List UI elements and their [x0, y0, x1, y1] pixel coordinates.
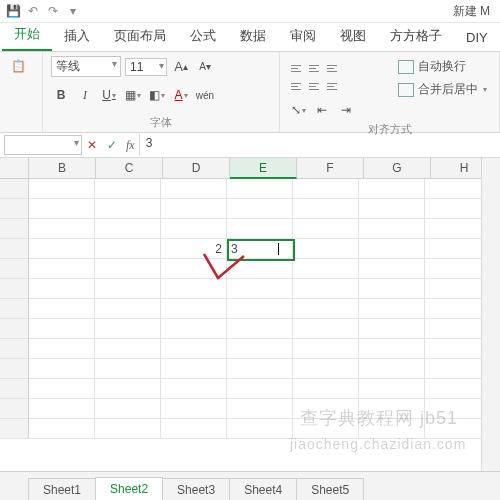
sheet-tab-3[interactable]: Sheet3 [162, 478, 230, 500]
cell[interactable] [95, 359, 161, 379]
cell[interactable] [359, 319, 425, 339]
tab-data[interactable]: 数据 [228, 22, 278, 51]
cell[interactable] [227, 379, 293, 399]
cell[interactable] [29, 219, 95, 239]
cell[interactable] [359, 219, 425, 239]
cell[interactable] [293, 339, 359, 359]
cell[interactable] [29, 299, 95, 319]
col-header-D[interactable]: D [163, 158, 230, 178]
align-bottom-right[interactable] [324, 79, 340, 95]
tab-diy[interactable]: DIY [454, 25, 500, 51]
qat-more-icon[interactable]: ▾ [66, 4, 80, 18]
cell[interactable] [161, 179, 227, 199]
cell[interactable] [293, 279, 359, 299]
cell[interactable] [293, 419, 359, 439]
cell[interactable] [161, 319, 227, 339]
row-header[interactable] [0, 399, 29, 419]
cell[interactable] [293, 259, 359, 279]
decrease-indent-button[interactable]: ⇤ [312, 100, 332, 120]
cell[interactable] [95, 179, 161, 199]
cell[interactable] [161, 419, 227, 439]
cell[interactable] [359, 179, 425, 199]
row-header[interactable] [0, 219, 29, 239]
cell[interactable] [227, 199, 293, 219]
cell[interactable] [359, 279, 425, 299]
sheet-tab-1[interactable]: Sheet1 [28, 478, 96, 500]
col-header-E[interactable]: E [230, 158, 297, 179]
cell[interactable] [161, 379, 227, 399]
cell[interactable] [161, 399, 227, 419]
tab-formulas[interactable]: 公式 [178, 22, 228, 51]
cell[interactable] [29, 399, 95, 419]
cell[interactable] [227, 259, 293, 279]
bold-button[interactable]: B [51, 85, 71, 105]
cell[interactable] [161, 219, 227, 239]
shrink-font-icon[interactable]: A▾ [195, 57, 215, 77]
font-name-select[interactable]: 等线 [51, 56, 121, 77]
redo-icon[interactable]: ↷ [46, 4, 60, 18]
italic-button[interactable]: I [75, 85, 95, 105]
tab-ffgz[interactable]: 方方格子 [378, 22, 454, 51]
fill-color-button[interactable]: ◧ [147, 85, 167, 105]
cell[interactable] [161, 279, 227, 299]
orientation-button[interactable]: ⤡ [288, 100, 308, 120]
cell[interactable]: 2 [161, 239, 227, 259]
cell[interactable] [29, 319, 95, 339]
cell[interactable] [29, 379, 95, 399]
cell[interactable] [293, 299, 359, 319]
cell[interactable] [95, 339, 161, 359]
cell[interactable] [359, 199, 425, 219]
cell[interactable] [293, 379, 359, 399]
row-header[interactable] [0, 359, 29, 379]
row-header[interactable] [0, 279, 29, 299]
underline-button[interactable]: U [99, 85, 119, 105]
align-top-left[interactable] [288, 61, 304, 77]
vertical-scrollbar[interactable] [481, 158, 500, 476]
align-top-center[interactable] [306, 61, 322, 77]
cell[interactable] [359, 359, 425, 379]
cell[interactable] [293, 359, 359, 379]
align-bottom-left[interactable] [288, 79, 304, 95]
merge-center-button[interactable]: 合并后居中 [394, 79, 491, 100]
cell[interactable] [293, 319, 359, 339]
cell[interactable] [95, 299, 161, 319]
cell[interactable] [227, 279, 293, 299]
cell[interactable] [227, 179, 293, 199]
cell[interactable] [227, 219, 293, 239]
confirm-icon[interactable]: ✓ [102, 138, 122, 152]
cell[interactable] [161, 199, 227, 219]
paste-icon[interactable]: 📋 [8, 56, 28, 76]
col-header-F[interactable]: F [297, 158, 364, 178]
phonetic-button[interactable]: wén [195, 85, 215, 105]
cell[interactable] [227, 319, 293, 339]
increase-indent-button[interactable]: ⇥ [336, 100, 356, 120]
fx-icon[interactable]: fx [122, 138, 139, 153]
cell[interactable] [359, 339, 425, 359]
formula-input[interactable]: 3 [139, 134, 500, 156]
cell[interactable] [161, 259, 227, 279]
row-header[interactable] [0, 199, 29, 219]
row-header[interactable] [0, 179, 29, 199]
tab-review[interactable]: 审阅 [278, 22, 328, 51]
cancel-icon[interactable]: ✕ [82, 138, 102, 152]
cell[interactable] [227, 399, 293, 419]
col-header-G[interactable]: G [364, 158, 431, 178]
cell[interactable] [227, 339, 293, 359]
tab-insert[interactable]: 插入 [52, 22, 102, 51]
select-all-corner[interactable] [0, 158, 29, 178]
row-header[interactable] [0, 239, 29, 259]
col-header-B[interactable]: B [29, 158, 96, 178]
cell[interactable]: 3 [227, 239, 293, 259]
font-color-button[interactable]: A [171, 85, 191, 105]
cell[interactable] [95, 199, 161, 219]
cell[interactable] [293, 199, 359, 219]
tab-home[interactable]: 开始 [2, 20, 52, 51]
cell[interactable] [227, 359, 293, 379]
cell[interactable] [95, 239, 161, 259]
row-header[interactable] [0, 339, 29, 359]
cell[interactable] [29, 279, 95, 299]
sheet-tab-5[interactable]: Sheet5 [296, 478, 364, 500]
cell[interactable] [29, 239, 95, 259]
row-header[interactable] [0, 379, 29, 399]
tab-page-layout[interactable]: 页面布局 [102, 22, 178, 51]
